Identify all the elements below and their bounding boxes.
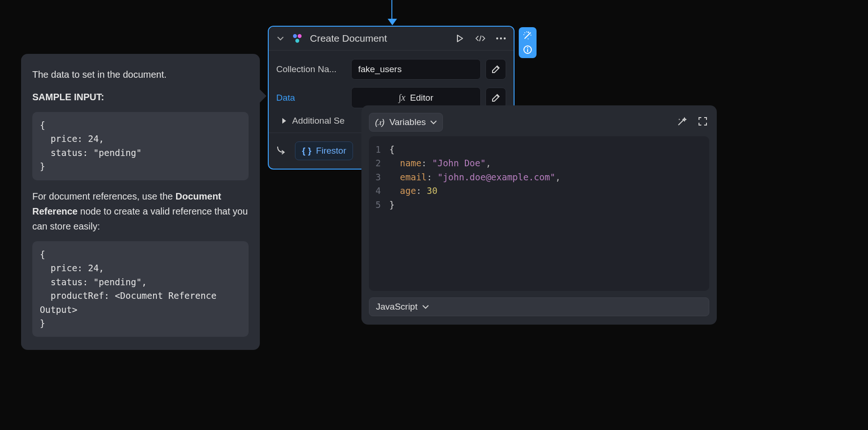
code-line: name: "John Doe", xyxy=(389,156,703,170)
field-label-data: Data xyxy=(276,93,346,103)
svg-point-5 xyxy=(504,37,506,39)
fx-icon: ∫x xyxy=(399,92,405,103)
info-icon[interactable] xyxy=(522,44,533,55)
line-number: 5 xyxy=(375,198,381,212)
line-number: 3 xyxy=(375,171,381,184)
help-tooltip: The data to set in the document. SAMPLE … xyxy=(21,54,260,350)
language-label: JavaScript xyxy=(376,302,418,312)
node-header: Create Document xyxy=(269,27,514,51)
tooltip-ref-paragraph: For document references, use the Documen… xyxy=(32,189,249,234)
tooltip-sample-heading: SAMPLE INPUT: xyxy=(32,92,104,102)
app-logo-icon xyxy=(291,32,303,44)
code-line: } xyxy=(389,198,703,212)
svg-point-3 xyxy=(496,37,498,39)
tooltip-intro: The data to set in the document. xyxy=(32,67,249,82)
editor-tools xyxy=(677,117,709,128)
code-line: email: "john.doe@example.com", xyxy=(389,171,703,184)
editor-toolbar: (𝑥) Variables xyxy=(369,113,709,132)
run-button[interactable] xyxy=(455,33,465,44)
flow-connector-line xyxy=(391,0,392,21)
chevron-down-icon xyxy=(422,304,429,309)
flow-connector-arrow-icon xyxy=(388,19,397,25)
line-number: 4 xyxy=(375,184,381,198)
language-dropdown[interactable]: JavaScript xyxy=(369,297,709,316)
chevron-down-icon xyxy=(430,120,437,125)
node-title: Create Document xyxy=(310,33,448,44)
code-area[interactable]: 12345 { name: "John Doe", email: "john.d… xyxy=(369,136,709,291)
svg-point-7 xyxy=(527,47,529,49)
tooltip-pointer-icon xyxy=(260,89,266,103)
fullscreen-button[interactable] xyxy=(698,117,709,128)
tooltip-ref-code: { price: 24, status: "pending", productR… xyxy=(32,241,249,337)
collapse-toggle[interactable] xyxy=(276,34,285,43)
magic-wand-icon[interactable] xyxy=(522,30,533,41)
code-line: age: 30 xyxy=(389,184,703,198)
variables-label: Variables xyxy=(390,117,426,127)
editor-footer: JavaScript xyxy=(369,297,709,316)
line-number: 1 xyxy=(375,143,381,156)
more-menu-button[interactable] xyxy=(496,33,506,44)
svg-point-4 xyxy=(500,37,502,39)
node-actions xyxy=(455,33,506,44)
output-arrow-icon xyxy=(276,145,287,156)
braces-icon: { } xyxy=(302,146,311,156)
tooltip-ref-text-1: For document references, use the xyxy=(32,191,176,201)
output-type-label: Firestor xyxy=(316,146,346,156)
svg-point-2 xyxy=(295,39,299,43)
additional-settings-label: Additional Se xyxy=(292,116,345,126)
field-row-collection: Collection Na... fake_users xyxy=(276,55,506,83)
node-side-badges xyxy=(519,27,537,58)
svg-point-0 xyxy=(293,34,297,38)
code-view-button[interactable] xyxy=(475,33,485,44)
field-value-collection[interactable]: fake_users xyxy=(351,59,481,80)
code-editor-panel: (𝑥) Variables 12345 { name: "John Doe", … xyxy=(361,105,717,325)
ai-assist-button[interactable] xyxy=(677,117,688,128)
edit-data-button[interactable] xyxy=(485,88,506,108)
field-value-data-text: Editor xyxy=(410,93,434,103)
variable-icon: (𝑥) xyxy=(375,117,385,127)
line-number: 2 xyxy=(375,156,381,170)
line-gutter: 12345 xyxy=(375,143,389,284)
variables-dropdown[interactable]: (𝑥) Variables xyxy=(369,113,443,132)
code-content: { name: "John Doe", email: "john.doe@exa… xyxy=(389,143,703,284)
tooltip-sample-code: { price: 24, status: "pending" } xyxy=(32,112,249,180)
edit-collection-button[interactable] xyxy=(485,59,506,80)
field-value-collection-text: fake_users xyxy=(358,64,402,74)
caret-right-icon xyxy=(281,118,287,124)
output-type-pill[interactable]: { } Firestor xyxy=(295,141,353,160)
code-line: { xyxy=(389,143,703,156)
svg-rect-8 xyxy=(527,49,528,52)
svg-point-1 xyxy=(298,34,302,38)
field-label-collection: Collection Na... xyxy=(276,64,346,74)
